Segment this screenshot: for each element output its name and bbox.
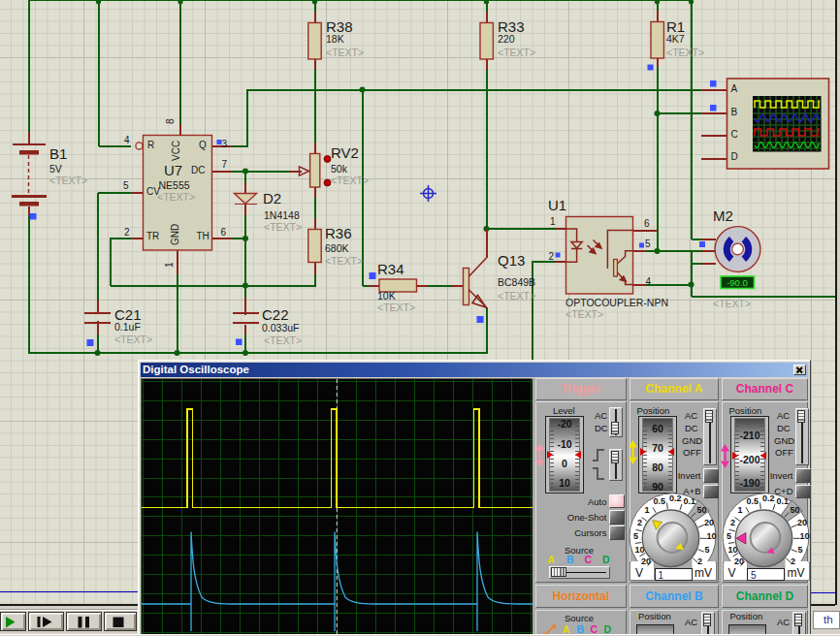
svg-text:20: 20 <box>797 518 807 527</box>
svg-text:0.5: 0.5 <box>746 496 759 506</box>
svg-text:50: 50 <box>697 505 707 515</box>
svg-text:-90.0: -90.0 <box>727 277 748 288</box>
svg-text:50: 50 <box>790 505 799 515</box>
svg-text:2: 2 <box>791 556 795 566</box>
svg-text:5: 5 <box>727 531 731 541</box>
svg-text:0.2: 0.2 <box>669 493 682 503</box>
svg-text:0.1: 0.1 <box>776 496 789 506</box>
svg-text:1: 1 <box>737 505 742 515</box>
svg-text:20: 20 <box>704 518 714 527</box>
svg-text:2: 2 <box>697 556 702 566</box>
svg-text:10: 10 <box>707 531 717 541</box>
svg-text:5: 5 <box>797 545 802 555</box>
svg-text:2: 2 <box>637 518 642 527</box>
svg-text:0.5: 0.5 <box>654 496 666 506</box>
svg-text:1: 1 <box>645 505 650 515</box>
svg-text:5: 5 <box>633 531 638 541</box>
svg-text:0.1: 0.1 <box>684 496 696 506</box>
svg-text:2: 2 <box>730 518 735 527</box>
svg-text:5: 5 <box>705 545 710 555</box>
svg-text:10: 10 <box>799 531 809 541</box>
svg-text:0.2: 0.2 <box>762 493 775 503</box>
